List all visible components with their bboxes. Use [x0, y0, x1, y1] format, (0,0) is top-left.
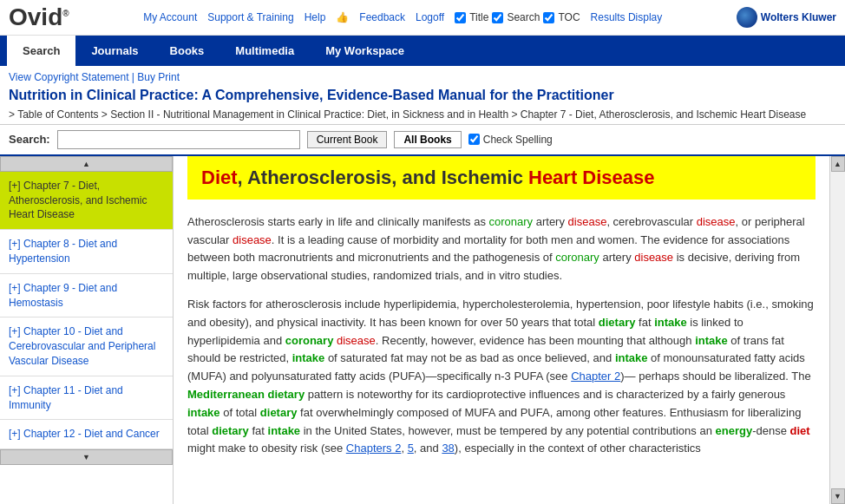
search-input[interactable] [57, 130, 300, 149]
logo-reg: ® [62, 9, 69, 18]
main-layout: ▲ [+] Chapter 7 - Diet, Atherosclerosis,… [0, 156, 845, 504]
nav-bar: Search Journals Books Multimedia My Work… [0, 36, 845, 66]
chapter-heading: Diet, Atherosclerosis, and Ischemic Hear… [187, 156, 816, 200]
breadcrumb: > Table of Contents > Section II - Nutri… [9, 108, 836, 121]
disease-link-4[interactable]: disease [634, 251, 673, 264]
intake-highlight-5: intake [187, 406, 220, 419]
tab-search[interactable]: Search [7, 36, 75, 66]
chapters38-link[interactable]: 38 [442, 442, 454, 455]
my-account-link[interactable]: My Account [143, 11, 197, 23]
main-scroll-down[interactable]: ▼ [831, 488, 845, 504]
search-bar: Search: Current Book All Books Check Spe… [0, 125, 845, 156]
energy-highlight: energy [716, 424, 753, 437]
coronary-highlight-1: coronary [285, 334, 334, 347]
toc-checkbox[interactable] [543, 12, 554, 23]
feedback-link[interactable]: Feedback [359, 11, 405, 23]
disease-link-1[interactable]: disease [568, 215, 607, 228]
chapter-title-part1: Diet [201, 167, 238, 188]
disease-link-3[interactable]: disease [233, 233, 272, 246]
content-area: View Copyright Statement | Buy Print Nut… [0, 66, 845, 125]
toc-checkbox-label: TOC [558, 11, 580, 23]
mediterranean-highlight: Mediterranean [187, 388, 265, 401]
chapter-title-part3: Heart Disease [528, 167, 655, 188]
dietary-highlight-4: dietary [212, 424, 249, 437]
disease-link-5[interactable]: disease [337, 334, 376, 347]
view-copyright-link[interactable]: View Copyright Statement [9, 71, 129, 83]
body-text: Atherosclerosis starts early in life and… [187, 213, 816, 458]
title-checkbox[interactable] [455, 12, 466, 23]
right-scrollbar: ▲ ▼ [829, 156, 845, 504]
top-nav: My Account Support & Training Help 👍 Fee… [143, 11, 662, 23]
tab-books[interactable]: Books [154, 36, 220, 66]
chapter-title: Diet, Atherosclerosis, and Ischemic Hear… [201, 167, 802, 189]
tab-journals[interactable]: Journals [75, 36, 154, 66]
checkboxes: Title Search TOC [455, 11, 580, 23]
all-books-button[interactable]: All Books [394, 131, 461, 148]
coronary-link-1[interactable]: coronary [489, 215, 534, 228]
dietary-highlight-2: dietary [268, 388, 305, 401]
diet-link-1[interactable]: diet [790, 424, 810, 437]
chapter-title-part2: , Atherosclerosis, and Ischemic [238, 167, 528, 188]
intake-highlight-4: intake [615, 351, 648, 364]
main-content: Diet, Atherosclerosis, and Ischemic Hear… [174, 156, 829, 504]
spell-check-checkbox[interactable] [468, 134, 480, 145]
chapter2-link[interactable]: Chapter 2 [571, 370, 620, 383]
dietary-highlight-1: dietary [599, 316, 636, 329]
search-checkbox[interactable] [492, 12, 503, 23]
intake-highlight-6: intake [268, 424, 301, 437]
chapters2-link[interactable]: Chapters 2 [346, 442, 402, 455]
tab-multimedia[interactable]: Multimedia [219, 36, 310, 66]
intake-highlight-2: intake [695, 334, 728, 347]
paragraph-1: Atherosclerosis starts early in life and… [187, 213, 816, 285]
top-bar: Ovid® My Account Support & Training Help… [0, 0, 845, 36]
sidebar-chapter-9[interactable]: [+] Chapter 9 - Diet and Hemostasis [0, 274, 173, 318]
paragraph-2: Risk factors for atherosclerosis include… [187, 296, 816, 458]
title-checkbox-label: Title [469, 11, 488, 23]
buy-print-link[interactable]: Buy Print [137, 71, 180, 83]
dietary-highlight-3: dietary [260, 406, 298, 419]
sidebar-chapter-8[interactable]: [+] Chapter 8 - Diet and Hypertension [0, 230, 173, 274]
support-training-link[interactable]: Support & Training [207, 11, 293, 23]
tab-workspace[interactable]: My Workspace [310, 36, 420, 66]
sidebar-chapter-11[interactable]: [+] Chapter 11 - Diet and Immunity [0, 376, 173, 421]
coronary-link-2[interactable]: coronary [555, 251, 599, 264]
wk-globe-icon [737, 7, 757, 28]
search-checkbox-label: Search [507, 11, 540, 23]
intake-highlight-3: intake [292, 351, 325, 364]
sidebar-scroll-down[interactable]: ▼ [0, 449, 173, 465]
sidebar-chapter-10[interactable]: [+] Chapter 10 - Diet and Cerebrovascula… [0, 317, 173, 376]
main-scroll-up[interactable]: ▲ [831, 156, 845, 172]
copyright-bar: View Copyright Statement | Buy Print [9, 71, 836, 83]
sidebar-chapter-7[interactable]: [+] Chapter 7 - Diet, Atherosclerosis, a… [0, 172, 173, 230]
results-display-link[interactable]: Results Display [591, 11, 663, 23]
disease-link-2[interactable]: disease [697, 215, 736, 228]
chapters5-link[interactable]: 5 [408, 442, 414, 455]
book-title: Nutrition in Clinical Practice: A Compre… [9, 87, 836, 105]
spell-check-label: Check Spelling [483, 134, 553, 146]
sidebar: ▲ [+] Chapter 7 - Diet, Atherosclerosis,… [0, 156, 174, 504]
sidebar-scroll-up[interactable]: ▲ [0, 156, 173, 172]
logoff-link[interactable]: Logoff [416, 11, 444, 23]
search-label: Search: [9, 133, 50, 146]
help-link[interactable]: Help [305, 11, 326, 23]
current-book-button[interactable]: Current Book [307, 131, 388, 148]
wk-logo: Wolters Kluwer [737, 7, 836, 28]
logo: Ovid® [9, 3, 69, 31]
sidebar-chapter-12[interactable]: [+] Chapter 12 - Diet and Cancer [0, 420, 173, 449]
spell-check: Check Spelling [468, 134, 553, 146]
wk-label: Wolters Kluwer [761, 11, 836, 23]
feedback-icon: 👍 [336, 11, 349, 23]
intake-highlight-1: intake [654, 316, 687, 329]
